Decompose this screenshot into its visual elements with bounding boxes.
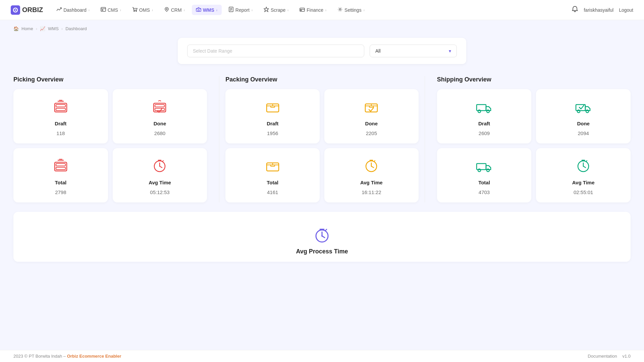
date-range-input[interactable]: Select Date Range [187, 45, 364, 57]
nav-item-crm[interactable]: CRM ↓ [160, 5, 189, 15]
packing-draft-label: Draft [267, 121, 278, 126]
packing-draft-card[interactable]: Draft 1956 [225, 89, 320, 143]
svg-rect-51 [477, 164, 486, 170]
nav-username[interactable]: fariskhasyaiful [584, 7, 613, 13]
navbar: ORBIZ Dashboard ↓ CMS ↓ [0, 0, 644, 20]
nav-item-dashboard[interactable]: Dashboard ↓ [52, 5, 94, 15]
footer-version: v1.0 [622, 354, 631, 359]
nav-item-settings[interactable]: Settings ↓ [333, 5, 369, 15]
shipping-done-label: Done [577, 121, 590, 126]
nav-report-arrow: ↓ [251, 8, 253, 12]
category-select[interactable]: All ▾ [370, 45, 457, 57]
logout-button[interactable]: Logout [619, 7, 633, 13]
svg-point-49 [577, 110, 580, 113]
avg-process-icon [313, 225, 331, 245]
picking-draft-card[interactable]: Draft 118 [13, 89, 108, 143]
svg-rect-25 [155, 108, 164, 111]
svg-rect-22 [56, 108, 65, 111]
svg-point-6 [134, 11, 135, 11]
shipping-avgtime-label: Avg Time [572, 180, 595, 185]
packing-overview-title: Packing Overview [225, 76, 418, 83]
picking-avgtime-card[interactable]: Avg Time 05:12:53 [113, 148, 207, 202]
nav-item-cms[interactable]: CMS ↓ [97, 5, 125, 15]
nav-settings-label: Settings [344, 7, 362, 13]
shipping-draft-card[interactable]: Draft 2609 [437, 89, 532, 143]
nav-settings-arrow: ↓ [363, 8, 365, 12]
shipping-total-card[interactable]: Total 4703 [437, 148, 532, 202]
packing-avgtime-icon [363, 158, 379, 176]
svg-point-47 [487, 110, 489, 113]
picking-draft-icon [53, 99, 69, 117]
settings-icon [337, 7, 343, 13]
packing-avgtime-card[interactable]: Avg Time 16:11:22 [324, 148, 419, 202]
nav-report-label: Report [235, 7, 250, 13]
breadcrumb-wms[interactable]: WMS [48, 26, 59, 31]
nav-dashboard-arrow: ↓ [88, 8, 90, 12]
breadcrumb-home[interactable]: Home [21, 26, 33, 31]
main-content: Select Date Range All ▾ Picking Overview [0, 35, 644, 275]
svg-rect-5 [102, 10, 103, 10]
footer: 2023 © PT Borwita Indah – Orbiz Ecommerc… [0, 350, 644, 362]
nav-scrape-arrow: ↓ [287, 8, 289, 12]
packing-done-icon [363, 99, 379, 117]
nav-dashboard-label: Dashboard [63, 7, 87, 13]
logo[interactable]: ORBIZ [11, 5, 43, 15]
shipping-draft-label: Draft [478, 121, 490, 126]
picking-draft-value: 118 [56, 130, 65, 136]
svg-point-52 [478, 169, 481, 172]
picking-overview-title: Picking Overview [13, 76, 207, 83]
nav-item-scrape[interactable]: Scrape ↓ [260, 5, 293, 15]
nav-scrape-label: Scrape [271, 7, 285, 13]
svg-rect-35 [271, 106, 275, 107]
filter-bar: Select Date Range All ▾ [178, 38, 466, 64]
nav-item-wms[interactable]: WMS ↓ [192, 5, 222, 15]
bell-icon[interactable] [572, 6, 578, 14]
breadcrumb-sep1: › [36, 26, 37, 31]
packing-overview-section: Packing Overview Draft 1956 [219, 76, 425, 202]
select-value: All [375, 48, 381, 54]
shipping-total-label: Total [478, 180, 490, 185]
nav-item-oms[interactable]: OMS ↓ [128, 5, 157, 15]
picking-done-card[interactable]: Done 2680 [113, 89, 207, 143]
nav-item-report[interactable]: Report ↓ [224, 5, 257, 15]
svg-rect-39 [271, 165, 275, 166]
breadcrumb-page: Dashboard [65, 26, 87, 31]
nav-item-finance[interactable]: Finance ↓ [296, 5, 331, 15]
shipping-avgtime-icon [575, 158, 591, 176]
breadcrumb-chart-icon: 📈 [40, 26, 45, 31]
packing-done-card[interactable]: Done 2205 [324, 89, 419, 143]
report-icon [228, 7, 234, 13]
svg-rect-16 [300, 8, 305, 11]
shipping-total-icon [476, 158, 492, 176]
shipping-total-value: 4703 [479, 189, 490, 195]
shipping-done-value: 2094 [578, 130, 589, 136]
scrape-icon [264, 7, 269, 13]
footer-brand[interactable]: Orbiz Ecommerce Enabler [67, 354, 121, 359]
svg-line-42 [371, 166, 374, 168]
picking-total-value: 2798 [55, 189, 66, 195]
svg-point-7 [136, 11, 137, 11]
packing-total-card[interactable]: Total 4161 [225, 148, 320, 202]
picking-total-card[interactable]: Total 2798 [13, 148, 108, 202]
breadcrumb-sep2: › [61, 26, 63, 31]
shipping-draft-value: 2609 [479, 130, 490, 136]
svg-point-2 [15, 9, 16, 11]
footer-doc-label[interactable]: Documentation [588, 354, 617, 359]
shipping-avgtime-value: 02:55:01 [574, 189, 593, 195]
nav-wms-arrow: ↓ [216, 8, 218, 12]
avg-process-section: Avg Process Time [13, 212, 631, 262]
finance-icon [300, 7, 305, 13]
svg-point-50 [586, 110, 589, 113]
footer-right: Documentation v1.0 [588, 354, 631, 359]
svg-point-19 [339, 9, 341, 10]
svg-rect-27 [56, 164, 65, 166]
shipping-avgtime-card[interactable]: Avg Time 02:55:01 [536, 148, 631, 202]
picking-cards: Draft 118 Done 2680 [13, 89, 207, 202]
svg-marker-15 [264, 7, 269, 12]
svg-line-56 [583, 166, 586, 168]
svg-line-31 [160, 166, 162, 168]
overview-grid: Picking Overview Draft 118 [13, 76, 631, 202]
svg-point-64 [321, 235, 323, 237]
shipping-done-card[interactable]: Done 2094 [536, 89, 631, 143]
footer-copyright: 2023 © PT Borwita Indah – Orbiz Ecommerc… [13, 354, 121, 359]
